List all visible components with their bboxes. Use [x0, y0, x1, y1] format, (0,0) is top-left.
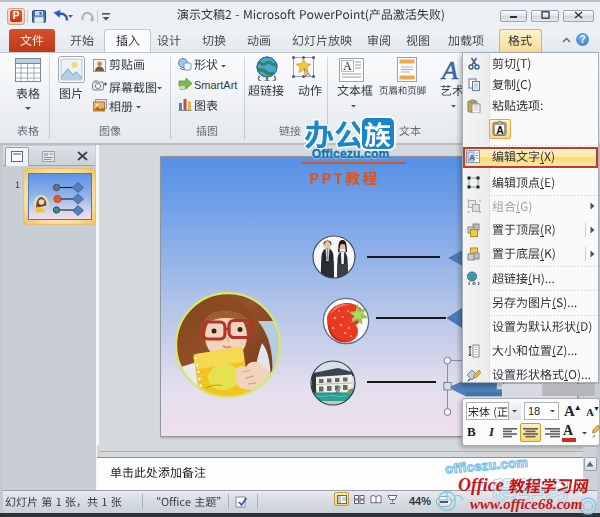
- svg-text:A: A: [343, 59, 352, 73]
- svg-text:A: A: [469, 153, 475, 162]
- svg-text:A: A: [496, 124, 504, 136]
- svg-text:A: A: [440, 57, 458, 83]
